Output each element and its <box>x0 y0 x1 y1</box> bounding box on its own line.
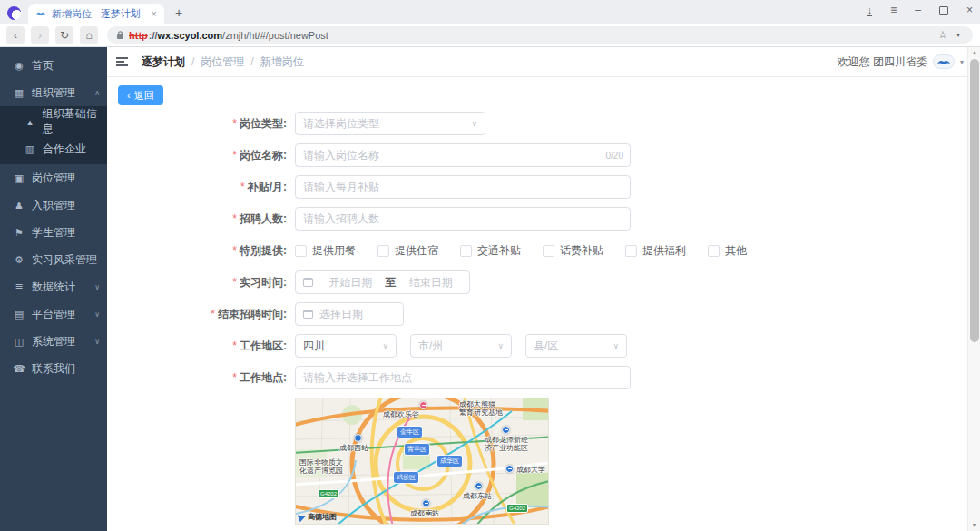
download-icon[interactable]: ↓ <box>867 5 873 15</box>
calendar-icon <box>303 310 313 319</box>
road-badge-g4202: G4202 <box>506 504 528 513</box>
province-value: 四川 <box>303 339 378 354</box>
sidebar-nav: ◉ 首页 ▦ 组织管理 ∧ ▴ 组织基础信息 ▥ 合作企业 ▣ 岗位管理 ♟ 入… <box>0 47 107 531</box>
sidebar-item-onboarding-management[interactable]: ♟ 入职管理 <box>0 192 107 219</box>
new-tab-button[interactable]: + <box>175 5 182 20</box>
bookmark-star-icon[interactable]: ☆ <box>938 29 947 41</box>
checkbox-phone-subsidy[interactable]: 话费补贴 <box>543 243 603 259</box>
scrollbar-thumb[interactable] <box>970 59 979 342</box>
sidebar-item-label: 数据统计 <box>32 280 75 295</box>
district-chip-chenghua: 成华区 <box>437 456 462 467</box>
tab-close-icon[interactable]: × <box>152 8 157 19</box>
required-mark: * <box>232 212 237 225</box>
post-type-select[interactable]: 请选择岗位类型 ∨ <box>295 112 485 135</box>
address-bar-chevron-icon[interactable]: ▾ <box>956 31 960 39</box>
south-station-icon <box>422 499 430 507</box>
address-input[interactable] <box>303 371 622 384</box>
window-minimize-button[interactable]: – <box>915 4 921 16</box>
sidebar-item-label: 组织基础信息 <box>43 106 107 137</box>
window-close-button[interactable]: × <box>966 4 973 16</box>
page-scrollbar[interactable]: ▲ ▼ <box>967 47 980 531</box>
post-type-label: 岗位类型: <box>240 117 287 130</box>
user-menu-caret-icon[interactable]: ▾ <box>960 58 964 66</box>
welcome-text: 欢迎您 团四川省委 <box>838 54 927 70</box>
sidebar-collapse-icon[interactable] <box>116 57 129 66</box>
checkbox-transport-subsidy[interactable]: 交通补贴 <box>460 243 521 259</box>
gear-icon: ⚙ <box>13 254 25 266</box>
checkbox-icon <box>543 245 554 257</box>
sidebar-item-internship-style-management[interactable]: ⚙ 实习风采管理 <box>0 246 107 273</box>
amap-logo-icon <box>298 512 307 521</box>
checkbox-other[interactable]: 其他 <box>708 243 747 259</box>
sidebar-item-label: 联系我们 <box>32 361 75 377</box>
road-badge-g4202: G4202 <box>318 489 339 498</box>
end-date-placeholder: 结束日期 <box>400 275 463 290</box>
sidebar-item-partner-enterprise[interactable]: ▥ 合作企业 <box>0 135 107 162</box>
location-map[interactable]: 金牛区 青羊区 成华区 武侯区 成都欢乐谷 成都大熊猫 繁育研究基地 成都西站 … <box>295 398 549 525</box>
sidebar-item-label: 组织管理 <box>32 85 75 101</box>
site-favicon-icon <box>35 8 46 19</box>
nav-back-button[interactable]: ‹ <box>6 26 24 44</box>
subsidy-label: 补贴/月: <box>248 181 287 193</box>
sidebar-item-data-statistics[interactable]: ≣ 数据统计 ∨ <box>0 273 107 300</box>
deadline-date-picker[interactable]: 选择日期 <box>295 302 404 326</box>
post-name-input[interactable] <box>303 149 622 162</box>
start-date-placeholder: 开始日期 <box>319 275 382 290</box>
headcount-input[interactable] <box>303 212 622 225</box>
browser-menu-icon[interactable]: ≡ <box>890 4 897 16</box>
enterprise-icon: ▥ <box>24 143 36 155</box>
scrollbar-up-arrow[interactable]: ▲ <box>968 47 980 58</box>
subsidy-field <box>295 175 631 199</box>
nav-forward-button[interactable]: › <box>31 26 49 44</box>
sidebar-item-org-base-info[interactable]: ▴ 组织基础信息 <box>0 108 107 135</box>
sidebar-item-home[interactable]: ◉ 首页 <box>0 52 107 79</box>
special-offer-checkbox-group: 提供用餐 提供住宿 交通补贴 话费补贴 提供福利 其他 <box>295 243 769 259</box>
browser-tab[interactable]: 新增岗位 - 逐梦计划 × <box>28 4 164 24</box>
longtan-poi-icon <box>502 426 510 434</box>
amap-logo: 高德地图 <box>299 512 337 522</box>
breadcrumb-post-management[interactable]: 岗位管理 <box>201 54 244 70</box>
sidebar-item-post-management[interactable]: ▣ 岗位管理 <box>0 164 107 192</box>
panda-base-label: 成都大熊猫 繁育研究基地 <box>459 400 503 417</box>
address-bar[interactable]: http ://wx.scyol.com /zmjh/ht/#/post/new… <box>107 26 973 44</box>
province-select[interactable]: 四川 ∨ <box>295 334 397 358</box>
url-host: wx.scyol.com <box>158 30 223 41</box>
city-select[interactable]: 市/州 ∨ <box>410 334 512 358</box>
happy-valley-poi-icon <box>419 401 427 409</box>
nav-reload-button[interactable]: ↻ <box>55 26 74 44</box>
required-mark: * <box>232 117 237 130</box>
intern-time-label: 实习时间: <box>240 276 287 289</box>
longtan-label: 成都龙潭新经 济产业功能区 <box>485 436 528 452</box>
window-maximize-button[interactable] <box>939 6 948 15</box>
post-name-label: 岗位名称: <box>240 149 287 162</box>
chevron-down-icon: ∨ <box>497 341 504 350</box>
intern-time-range-picker[interactable]: 开始日期 至 结束日期 <box>295 270 470 294</box>
sidebar-item-student-management[interactable]: ⚑ 学生管理 <box>0 219 107 246</box>
checkbox-housing[interactable]: 提供住宿 <box>377 243 438 259</box>
district-chip-qingyang: 青羊区 <box>405 444 429 455</box>
chengdu-university-metro-icon <box>505 465 514 473</box>
char-counter: 0/20 <box>606 151 623 161</box>
subsidy-input[interactable] <box>303 181 622 193</box>
checkbox-meal[interactable]: 提供用餐 <box>295 243 356 259</box>
sidebar-item-org-management[interactable]: ▦ 组织管理 ∧ <box>0 79 107 106</box>
system-icon: ◫ <box>13 336 25 348</box>
nav-home-button[interactable]: ⌂ <box>80 26 98 44</box>
sidebar-item-platform-management[interactable]: ▤ 平台管理 ∨ <box>0 300 107 328</box>
county-select[interactable]: 县/区 ∨ <box>525 334 627 358</box>
user-avatar[interactable] <box>933 54 955 69</box>
checkbox-label: 提供住宿 <box>395 243 438 259</box>
amap-logo-text: 高德地图 <box>308 512 337 522</box>
org-base-info-icon: ▴ <box>24 116 36 128</box>
breadcrumb-root[interactable]: 逐梦计划 <box>142 54 185 70</box>
checkbox-benefits[interactable]: 提供福利 <box>625 243 686 259</box>
checkbox-label: 交通补贴 <box>477 243 521 259</box>
scrollbar-down-arrow[interactable]: ▼ <box>968 520 980 531</box>
east-station-label: 成都东站 <box>463 492 492 500</box>
sidebar-item-system-management[interactable]: ◫ 系统管理 ∨ <box>0 328 107 355</box>
checkbox-label: 提供福利 <box>642 243 686 259</box>
sidebar-item-contact-us[interactable]: ☎ 联系我们 <box>0 355 107 382</box>
browser-toolbar: ‹ › ↻ ⌂ http ://wx.scyol.com /zmjh/ht/#/… <box>0 24 980 47</box>
content-area: ‹ 返回 *岗位类型: 请选择岗位类型 ∨ *岗位名称: 0/20 <box>107 77 980 531</box>
back-button[interactable]: ‹ 返回 <box>118 85 163 105</box>
